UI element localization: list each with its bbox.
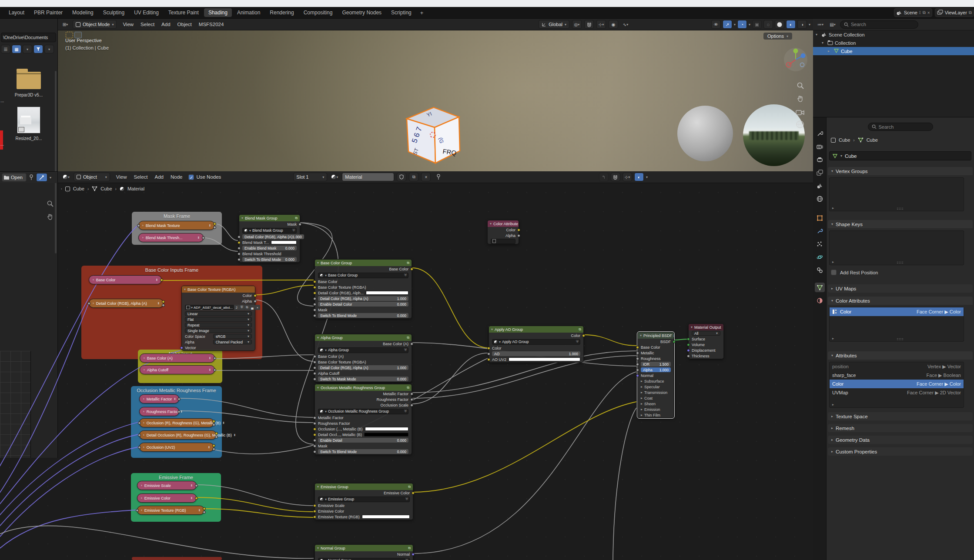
- breadcrumb-data[interactable]: Cube: [867, 137, 878, 143]
- shader-menu-node[interactable]: Node: [167, 174, 186, 180]
- row-base-color-group[interactable]: ▾Base Color Group⛨: [315, 272, 412, 279]
- display-vertical-list-icon[interactable]: ☰: [1, 45, 10, 53]
- yellow-output-socket[interactable]: [412, 491, 415, 494]
- sidebar-toggle-arrow[interactable]: ›: [61, 187, 62, 191]
- viewport-pan-icon[interactable]: [797, 95, 804, 103]
- attribute-row-Color[interactable]: ColorFace Corner ▶ Color: [830, 380, 964, 388]
- gray-input-socket[interactable]: [313, 450, 316, 453]
- add-rest-position-checkbox[interactable]: [831, 270, 837, 275]
- shader-menu-view[interactable]: View: [113, 174, 131, 180]
- shader-node-canvas-lower-left[interactable]: [0, 458, 58, 560]
- value-slider[interactable]: AO1.000: [492, 351, 580, 356]
- row-sheen[interactable]: ▸Sheen: [638, 401, 674, 407]
- viewport-menu-msfs2024[interactable]: MSFS2024: [195, 22, 228, 27]
- snap-target-icon[interactable]: ⊹▾: [596, 20, 606, 29]
- node-group-selector[interactable]: ▾Occlusion Metallic Roughness Group⛨: [318, 409, 408, 414]
- properties-tab-particles[interactable]: [815, 239, 825, 249]
- node-base-color-texture[interactable]: ▾Base Color Texture (RGBA)ColorAlpha▾ADF…: [181, 286, 255, 351]
- scene-selector[interactable]: Scene ⟟ ⧉ ×: [894, 8, 932, 17]
- workspace-tab-geometry-nodes[interactable]: Geometry Nodes: [338, 8, 386, 17]
- yellow-output-socket[interactable]: [160, 278, 163, 281]
- properties-tab-object[interactable]: [815, 213, 825, 223]
- shield-icon[interactable]: ⛨: [239, 305, 244, 310]
- slot-dropdown[interactable]: Slot 1▾: [293, 173, 327, 181]
- snap-magnet-icon[interactable]: [584, 20, 594, 29]
- expand-arrow-icon[interactable]: ▾: [816, 33, 820, 37]
- shader-menu-select[interactable]: Select: [131, 174, 151, 180]
- properties-tab-render[interactable]: [815, 142, 825, 151]
- yellow-input-socket[interactable]: [313, 286, 316, 289]
- row-detail-occl-metallic-b-[interactable]: Detail Occl..., Metallic (B): [315, 432, 412, 437]
- workspace-tab-shading[interactable]: Shading: [204, 8, 232, 17]
- material-browse-icon[interactable]: ▾: [330, 173, 339, 181]
- row-alpha[interactable]: Alpha1.000: [638, 367, 674, 373]
- gray-input-socket[interactable]: [636, 351, 639, 354]
- new-material-copy-icon[interactable]: ⧉: [409, 173, 418, 181]
- fake-user-shield-icon[interactable]: [397, 173, 406, 181]
- gray-input-socket[interactable]: [313, 377, 316, 380]
- shading-wireframe-icon[interactable]: ◌: [763, 20, 773, 29]
- row-detail-color-rgb-alpha-a-[interactable]: Detail Color (RGB), Alpha (A)1.000: [315, 365, 412, 370]
- node-emissive-texture[interactable]: ›Emissive Texture (RGB)‖: [137, 506, 204, 515]
- row-normal-group[interactable]: ▾Normal Group⛨: [315, 557, 413, 560]
- row-detail-color-rgb-alpha-a-[interactable]: Detail Color (RGB), Alpha (A)1.000: [239, 234, 300, 240]
- show-overlays-toggle[interactable]: ◔: [737, 20, 747, 29]
- gray-input-socket[interactable]: [687, 354, 690, 357]
- shader-menu-add[interactable]: Add: [151, 174, 167, 180]
- value-slider[interactable]: IOR1.500: [641, 362, 671, 367]
- visibility-dropdown-icon[interactable]: 👁: [711, 20, 721, 29]
- yellow-input-socket[interactable]: [238, 241, 241, 244]
- use-nodes-toggle[interactable]: ✓ Use Nodes: [188, 174, 221, 180]
- shading-rendered-icon[interactable]: ◑: [797, 20, 807, 29]
- yellow-input-socket[interactable]: [487, 347, 490, 350]
- gray-output-socket[interactable]: [195, 484, 198, 487]
- mode-dropdown[interactable]: Object Mode▾: [73, 20, 117, 29]
- node-header[interactable]: ▾Material Output: [689, 324, 723, 330]
- panel-uv-maps[interactable]: ▸UV Maps: [828, 284, 973, 293]
- value-slider[interactable]: Enable Blend Mask0.000: [242, 246, 297, 250]
- pin-icon[interactable]: [436, 174, 441, 180]
- workspace-tab-compositing[interactable]: Compositing: [299, 8, 337, 17]
- node-roughness-factor[interactable]: ›Roughness Factor‖: [139, 407, 179, 416]
- properties-tab-data[interactable]: [815, 283, 825, 292]
- gray-input-socket[interactable]: [313, 416, 316, 419]
- gray-output-socket[interactable]: [213, 357, 216, 360]
- properties-tab-physics[interactable]: [815, 252, 825, 262]
- gray-output-socket[interactable]: [410, 398, 413, 401]
- shader-type-dropdown[interactable]: Object▾: [74, 173, 110, 181]
- gray-output-socket[interactable]: [254, 300, 257, 303]
- open-button[interactable]: Open: [2, 173, 27, 182]
- gray-output-socket[interactable]: [213, 226, 216, 229]
- expand-arrow-icon[interactable]: ▾: [822, 41, 826, 45]
- value-slider[interactable]: Switch To Blend Mode0.000: [318, 313, 408, 318]
- gray-input-socket[interactable]: [636, 363, 639, 366]
- node-snap-magnet-icon[interactable]: [611, 173, 620, 181]
- yellow-output-socket[interactable]: [582, 334, 585, 337]
- dropdown[interactable]: All▾: [692, 331, 720, 336]
- image-selector[interactable]: ▾ADF_AS87_decal_albd...: [185, 305, 234, 310]
- breadcrumb-object[interactable]: Cube: [839, 137, 850, 143]
- input-socket[interactable]: [87, 302, 90, 305]
- node-occlusion-rgm[interactable]: ›Occlusion (R), Roughness (G), Metallic …: [139, 418, 214, 427]
- panel-remesh[interactable]: ▸Remesh: [828, 424, 973, 432]
- node-overlays-toggle[interactable]: ◐: [634, 173, 644, 181]
- gray-output-socket[interactable]: [177, 397, 181, 400]
- row-alpha[interactable]: AlphaChannel Packed▾: [182, 339, 255, 345]
- workspace-tab-scripting[interactable]: Scripting: [387, 8, 416, 17]
- go-parent-node-tree-icon[interactable]: ↰: [599, 173, 609, 181]
- row-blend-mask-t-[interactable]: Blend Mask T...: [239, 240, 300, 245]
- node-group-selector[interactable]: ▾Normal Group⛨: [318, 558, 410, 560]
- workspace-tab-sculpting[interactable]: Sculpting: [99, 8, 129, 17]
- yellow-output-socket[interactable]: [212, 420, 215, 423]
- row-flat[interactable]: Flat▾: [182, 317, 255, 322]
- outliner-display-mode-icon[interactable]: ≔▾: [816, 20, 825, 29]
- shading-dropdown[interactable]: ▾: [809, 23, 810, 27]
- attribute-row-sharp_face[interactable]: sharp_faceFace ▶ Boolean: [830, 371, 964, 380]
- close-icon[interactable]: ×: [255, 305, 260, 310]
- shield-icon[interactable]: ⛨: [576, 340, 579, 344]
- shading-solid-icon[interactable]: ⚪: [775, 20, 784, 29]
- transform-orientation-dropdown[interactable]: Global▾: [539, 20, 569, 29]
- breadcrumb-material[interactable]: Material: [127, 186, 144, 191]
- gray-input-socket[interactable]: [313, 439, 316, 442]
- node-blend-mask-texture[interactable]: ›Blend Mask Texture‖: [138, 221, 215, 230]
